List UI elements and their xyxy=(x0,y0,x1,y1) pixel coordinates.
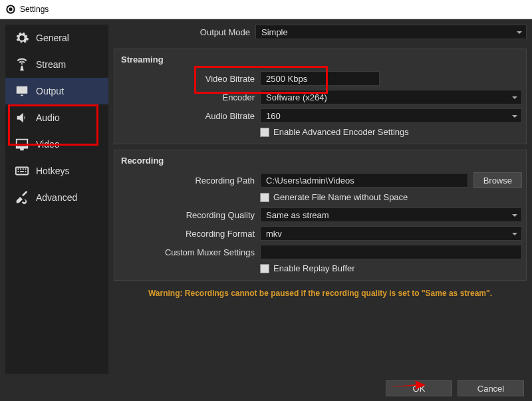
sidebar-item-label: Hotkeys xyxy=(36,166,70,176)
recording-quality-select[interactable]: Same as stream xyxy=(260,207,522,222)
settings-sidebar: General Stream Output Audio Video Hotkey… xyxy=(5,25,108,374)
replay-buffer-label: Enable Replay Buffer xyxy=(273,263,355,273)
output-mode-select[interactable]: Simple xyxy=(255,25,527,39)
streaming-group: Streaming Video Bitrate 2500 Kbps Encode… xyxy=(114,49,527,144)
sidebar-item-stream[interactable]: Stream xyxy=(5,51,108,78)
keyboard-icon xyxy=(15,164,29,178)
sidebar-item-general[interactable]: General xyxy=(5,25,108,51)
antenna-icon xyxy=(15,57,29,72)
audio-bitrate-label: Audio Bitrate xyxy=(118,111,260,121)
muxer-input[interactable] xyxy=(260,245,522,259)
sidebar-item-audio[interactable]: Audio xyxy=(5,104,108,131)
sidebar-item-output[interactable]: Output xyxy=(5,78,108,104)
sidebar-item-label: Audio xyxy=(36,112,60,123)
gen-filename-label: Generate File Name without Space xyxy=(273,192,408,202)
svg-point-2 xyxy=(9,7,12,11)
speaker-icon xyxy=(15,110,29,125)
sidebar-item-hotkeys[interactable]: Hotkeys xyxy=(5,158,108,184)
gen-filename-checkbox[interactable]: Generate File Name without Space xyxy=(260,192,522,202)
window-titlebar: Settings xyxy=(0,0,532,19)
window-title: Settings xyxy=(20,5,49,14)
recording-group: Recording Recording Path C:\Users\admin\… xyxy=(114,150,527,281)
browse-button[interactable]: Browse xyxy=(473,172,522,188)
recording-format-select[interactable]: mkv xyxy=(260,226,522,241)
recording-path-label: Recording Path xyxy=(118,176,260,186)
dialog-footer: OK Cancel xyxy=(5,374,527,396)
sidebar-item-label: General xyxy=(36,33,69,43)
advanced-encoder-label: Enable Advanced Encoder Settings xyxy=(273,127,409,137)
settings-panel-output: Output Mode Simple Streaming Video Bitra… xyxy=(114,25,527,374)
encoder-label: Encoder xyxy=(118,92,260,102)
checkbox-icon xyxy=(260,128,269,137)
output-mode-label: Output Mode xyxy=(114,27,255,37)
recording-path-input[interactable]: C:\Users\admin\Videos xyxy=(260,173,468,188)
audio-bitrate-select[interactable]: 160 xyxy=(260,108,522,123)
cancel-button[interactable]: Cancel xyxy=(458,380,524,396)
encoder-select[interactable]: Software (x264) xyxy=(260,90,522,104)
recording-title: Recording xyxy=(121,156,522,166)
gear-icon xyxy=(15,31,29,45)
muxer-label: Custom Muxer Settings xyxy=(118,247,260,257)
tools-icon xyxy=(15,190,29,205)
sidebar-item-video[interactable]: Video xyxy=(5,131,108,158)
sidebar-item-label: Video xyxy=(36,139,60,150)
output-icon xyxy=(15,84,29,98)
advanced-encoder-checkbox[interactable]: Enable Advanced Encoder Settings xyxy=(260,127,522,137)
sidebar-item-label: Advanced xyxy=(36,192,77,203)
sidebar-item-advanced[interactable]: Advanced xyxy=(5,184,108,211)
obs-icon xyxy=(5,4,16,15)
sidebar-item-label: Output xyxy=(36,86,64,96)
checkbox-icon xyxy=(260,264,269,273)
replay-buffer-checkbox[interactable]: Enable Replay Buffer xyxy=(260,263,522,273)
video-bitrate-label: Video Bitrate xyxy=(118,74,260,84)
sidebar-item-label: Stream xyxy=(36,59,66,70)
recording-format-label: Recording Format xyxy=(118,229,260,239)
arrow-annotation-icon xyxy=(387,378,427,392)
recording-quality-label: Recording Quality xyxy=(118,210,260,220)
checkbox-icon xyxy=(260,193,269,202)
video-bitrate-input[interactable]: 2500 Kbps xyxy=(260,71,380,86)
streaming-title: Streaming xyxy=(121,55,522,65)
monitor-icon xyxy=(15,137,29,152)
warning-text: Warning: Recordings cannot be paused if … xyxy=(114,289,527,298)
